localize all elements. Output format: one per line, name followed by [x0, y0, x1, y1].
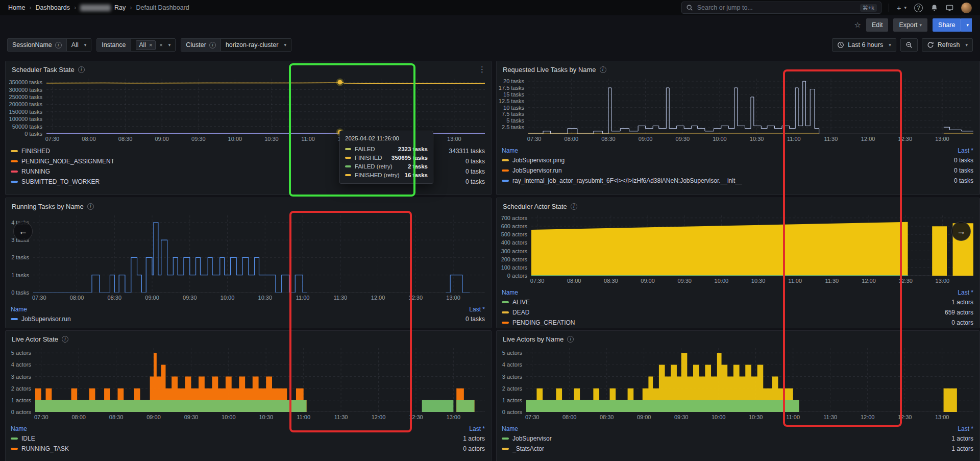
- x-tick-label: 13:00: [447, 136, 461, 142]
- info-icon[interactable]: i: [600, 66, 606, 73]
- next-arrow-overlay[interactable]: →: [951, 222, 971, 241]
- plot-area[interactable]: [35, 348, 485, 412]
- legend-row[interactable]: JobSupervisor.ping0 tasks: [502, 155, 973, 165]
- breadcrumb-folder[interactable]: Ray: [80, 4, 126, 11]
- series-label[interactable]: ALIVE: [512, 299, 530, 306]
- avatar[interactable]: [961, 3, 972, 13]
- time-range-picker[interactable]: Last 6 hours ▾: [832, 38, 896, 52]
- breadcrumb-folder-label[interactable]: Ray: [114, 4, 126, 11]
- filter-cluster-value[interactable]: horizon-ray-cluster▾: [220, 39, 291, 51]
- export-button[interactable]: Export▾: [893, 18, 927, 32]
- series-label[interactable]: RUNNING_TASK: [21, 445, 69, 452]
- info-icon[interactable]: i: [62, 336, 68, 343]
- series-label[interactable]: SUBMITTED_TO_WORKER: [21, 178, 100, 185]
- series-label[interactable]: JobSupervisor.ping: [512, 157, 565, 164]
- plot-area[interactable]: [46, 79, 485, 134]
- legend-name-header[interactable]: Name: [502, 147, 518, 154]
- breadcrumb-home[interactable]: Home: [8, 4, 25, 11]
- series-label[interactable]: DEAD: [512, 309, 529, 316]
- filter-sessionname-value[interactable]: All▾: [66, 39, 91, 51]
- filter-sessionname: SessionNamei All▾: [7, 38, 91, 52]
- legend-name-header[interactable]: Name: [502, 425, 518, 432]
- series-label[interactable]: FINISHED: [21, 148, 50, 155]
- edit-button[interactable]: Edit: [866, 18, 889, 32]
- series-color-marker: [502, 448, 509, 450]
- series-label[interactable]: RUNNING: [21, 168, 50, 175]
- info-icon[interactable]: i: [78, 66, 85, 73]
- legend-name-header[interactable]: Name: [11, 425, 27, 432]
- info-icon[interactable]: i: [55, 42, 62, 48]
- legend-last-header[interactable]: Last *: [958, 289, 973, 296]
- refresh-button[interactable]: Refresh ▾: [922, 38, 973, 52]
- x-axis-spacer: [500, 134, 528, 144]
- panel-header[interactable]: Scheduler Actor State i: [497, 198, 979, 214]
- prev-arrow-overlay[interactable]: ←: [13, 222, 33, 241]
- series-label[interactable]: JobSupervisor.run: [21, 316, 71, 323]
- plot-area[interactable]: [526, 348, 973, 412]
- series-color-marker: [11, 448, 18, 450]
- info-icon[interactable]: i: [571, 203, 577, 210]
- share-dropdown-button[interactable]: ▾: [961, 18, 972, 32]
- filter-instance-tag[interactable]: All×: [136, 40, 156, 50]
- plot-area[interactable]: [528, 79, 973, 134]
- panel-live-actor-state: Live Actor State i 5 actors4 actors3 act…: [5, 330, 492, 461]
- x-axis: 07:3008:0008:3009:0009:3010:0010:3011:00…: [528, 134, 973, 144]
- series-label[interactable]: JobSupervisor.run: [512, 167, 562, 174]
- legend-row[interactable]: DEAD659 actors: [502, 307, 973, 318]
- series-label[interactable]: JobSupervisor: [512, 435, 552, 442]
- x-tick-label: 08:30: [108, 295, 122, 301]
- help-icon[interactable]: ?: [914, 4, 923, 12]
- panel-header[interactable]: Live Actor State i: [6, 331, 491, 347]
- zoom-out-button[interactable]: [900, 38, 918, 52]
- monitor-icon[interactable]: [946, 4, 953, 12]
- panel-header[interactable]: Running Tasks by Name i: [6, 198, 491, 214]
- legend-last-header[interactable]: Last *: [469, 425, 485, 432]
- news-bell-icon[interactable]: [930, 4, 938, 12]
- legend-row[interactable]: ray_internal_job_actor_raysubmit_6F<i></…: [502, 176, 973, 186]
- panel-header[interactable]: Requested Live Tasks by Name i: [497, 61, 979, 78]
- series-color-marker: [502, 169, 509, 172]
- chevron-down-icon: ▾: [284, 42, 286, 47]
- legend-last-header[interactable]: Last *: [958, 425, 973, 432]
- panel-header[interactable]: Live Actors by Name i: [497, 331, 979, 347]
- breadcrumb-dashboards[interactable]: Dashboards: [36, 4, 70, 11]
- legend-row[interactable]: JobSupervisor.run0 tasks: [502, 165, 973, 176]
- legend-name-header[interactable]: Name: [11, 306, 27, 313]
- series-label[interactable]: ray_internal_job_actor_raysubmit_6F<i></…: [512, 177, 742, 184]
- filter-instance-value[interactable]: All× × ▾: [131, 39, 176, 51]
- legend-row[interactable]: JobSupervisor1 actors: [502, 433, 973, 444]
- remove-tag-icon[interactable]: ×: [149, 42, 152, 48]
- series-last-value: 0 tasks: [948, 177, 973, 184]
- legend-row[interactable]: PENDING_CREATION0 actors: [502, 318, 973, 328]
- star-icon[interactable]: ☆: [854, 20, 861, 30]
- panel-header[interactable]: Scheduler Task State i ⋮: [6, 61, 491, 78]
- legend-last-header[interactable]: Last *: [958, 147, 973, 154]
- info-icon[interactable]: i: [87, 203, 94, 210]
- legend-row[interactable]: ALIVE1 actors: [502, 297, 973, 307]
- x-axis-row: 07:3008:0008:3009:0009:3010:0010:3011:00…: [497, 134, 979, 144]
- series-label[interactable]: PENDING_NODE_ASSIGNMENT: [21, 158, 114, 165]
- legend-row[interactable]: _StatsActor1 actors: [502, 444, 973, 454]
- series-label[interactable]: _StatsActor: [512, 445, 544, 452]
- clear-all-icon[interactable]: ×: [159, 42, 162, 48]
- legend-row[interactable]: JobSupervisor.run0 tasks: [11, 314, 485, 324]
- plot-area[interactable]: [33, 215, 485, 293]
- x-tick-label: 07:30: [525, 414, 540, 420]
- info-icon[interactable]: i: [209, 42, 216, 48]
- search-input[interactable]: Search or jump to... ⌘+k: [681, 2, 881, 14]
- series-label[interactable]: IDLE: [21, 435, 35, 442]
- plot-area[interactable]: [531, 215, 973, 276]
- x-tick-label: 09:00: [146, 414, 161, 420]
- x-tick-label: 10:30: [749, 414, 763, 420]
- legend-row[interactable]: RUNNING_TASK0 actors: [11, 444, 485, 454]
- legend: NameLast *JobSupervisor1 actors_StatsAct…: [497, 422, 979, 461]
- series-label[interactable]: PENDING_CREATION: [512, 319, 575, 326]
- add-new-button[interactable]: +▾: [897, 4, 906, 12]
- panel-menu-icon[interactable]: ⋮: [478, 65, 486, 74]
- legend-name-header[interactable]: Name: [502, 289, 518, 296]
- info-icon[interactable]: i: [567, 336, 574, 343]
- filter-sessionname-label: SessionNamei: [8, 39, 66, 51]
- legend-row[interactable]: IDLE1 actors: [11, 433, 485, 444]
- legend-last-header[interactable]: Last *: [469, 306, 485, 313]
- share-button[interactable]: Share: [933, 18, 961, 32]
